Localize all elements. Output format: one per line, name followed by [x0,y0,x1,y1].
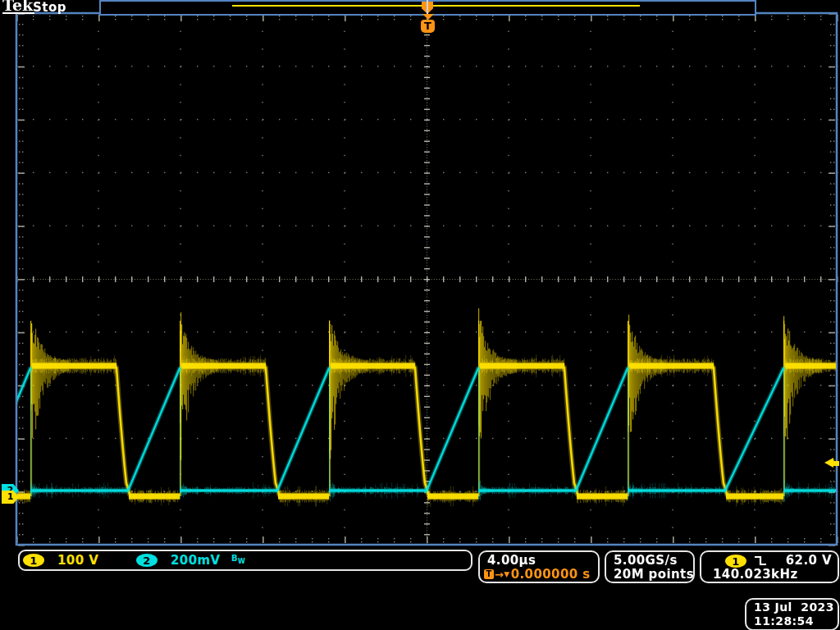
sample-rate: 5.00GS/s [614,553,678,568]
time-label: 11:28:54 [754,614,814,628]
ch2-badge[interactable]: 2 [136,554,158,567]
trigger-level-arrow-tail [833,461,839,466]
oscilloscope-screen: Tek Stop T 2 1 1 100 V 2 200mV BW 4.00µs… [0,0,840,630]
record-length: 20M points [614,567,694,582]
trigger-marker-triangle-icon [422,14,434,20]
trigger-readout-box[interactable]: 1 62.0 V 140.023kHz [700,550,839,583]
date-label: 13 Jul 2023 [754,600,834,614]
trigger-position-readout: T→▼0.000000 s [484,567,591,582]
trigger-position-value: 0.000000 s [511,567,591,582]
bandwidth-limit-icon: BW [231,554,245,565]
trigger-source-badge[interactable]: 1 [725,555,746,568]
datetime-box: 13 Jul 2023 11:28:54 [745,598,839,630]
trigger-t-icon: T [484,569,494,579]
ch2-scale: 200mV [171,553,221,568]
trigger-frequency: 140.023kHz [713,567,798,582]
waveform-display [0,0,840,630]
trigger-level-arrow-icon[interactable] [824,458,839,468]
falling-edge-icon [754,555,767,567]
timebase-readout-box[interactable]: 4.00µs T→▼0.000000 s [478,550,600,583]
timebase-scale: 4.00µs [487,553,536,568]
arrow-right-icon: → [495,568,504,581]
trigger-level: 62.0 V [786,553,832,568]
ch1-scale: 100 V [57,553,98,568]
ch1-badge[interactable]: 1 [23,554,44,567]
acquisition-status: Stop [33,0,66,15]
acquisition-readout-box[interactable]: 5.00GS/s 20M points [605,550,695,583]
trigger-position-line [427,0,428,14]
tek-logo: Tek [2,0,34,14]
triangle-down-icon: ▼ [504,568,509,581]
record-window-line [232,5,640,7]
channels-readout-box[interactable]: 1 100 V 2 200mV BW [18,550,472,571]
trigger-badge[interactable]: T [421,20,435,33]
